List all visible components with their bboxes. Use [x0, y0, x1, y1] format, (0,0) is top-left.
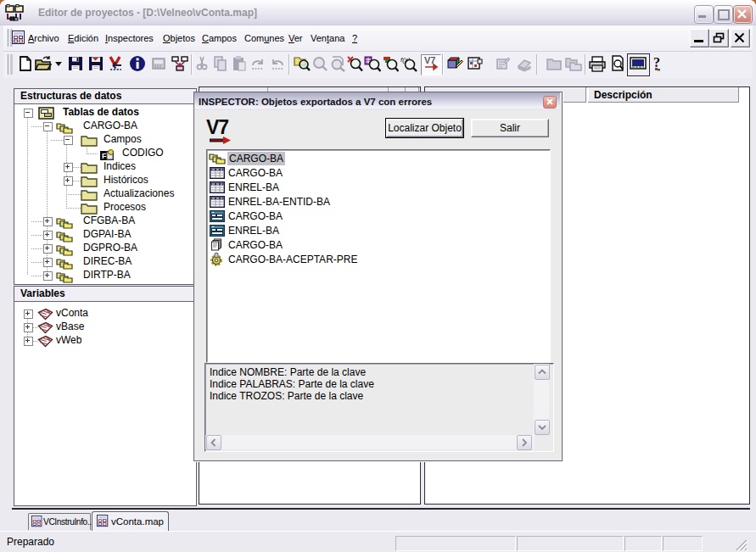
- svg-text:F: F: [102, 152, 107, 160]
- svg-text:?: ?: [653, 55, 660, 70]
- svg-text:V7: V7: [424, 55, 435, 65]
